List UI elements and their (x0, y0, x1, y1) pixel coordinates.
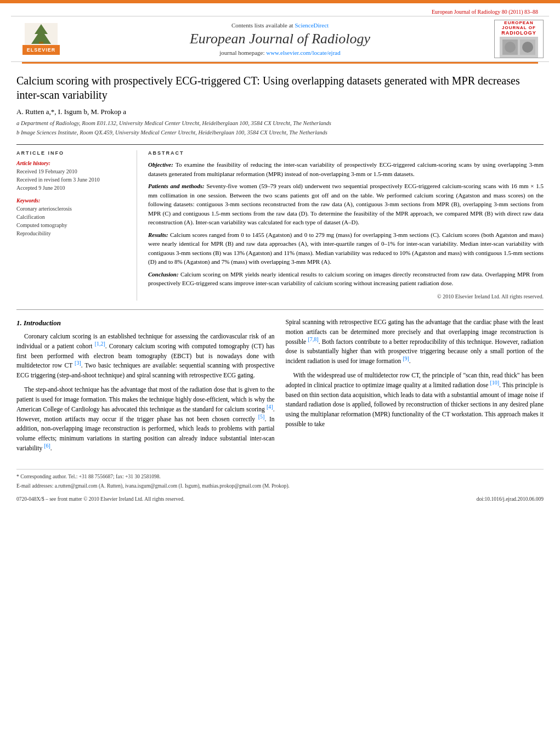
body-para-1: Coronary calcium scoring is an establish… (16, 332, 275, 381)
keyword-1: Coronary arteriosclerosis (16, 205, 128, 213)
sciencedirect-link[interactable]: ScienceDirect (295, 22, 329, 29)
contents-line: Contents lists available at ScienceDirec… (77, 22, 483, 29)
keywords-label: Keywords: (16, 197, 128, 203)
issn-text: 0720-048X/$ – see front matter © 2010 El… (16, 495, 184, 503)
affiliations: a Department of Radiology, Room E01.132,… (16, 120, 544, 137)
radiology-logo-box: EUROPEANJOURNAL OF RADIOLOGY (494, 20, 544, 58)
article-title: Calcium scoring with prospectively ECG-t… (16, 73, 544, 102)
corresponding-note: * Corresponding author. Tel.: +31 88 755… (16, 473, 544, 480)
keyword-3: Computed tomography (16, 221, 128, 229)
patients-text: Seventy-five women (59–79 years old) und… (148, 183, 544, 225)
ref-10[interactable]: [10] (490, 380, 499, 386)
intro-heading: 1. Introduction (16, 318, 275, 329)
affiliation-b: b Image Sciences Institute, Room QX.459,… (16, 129, 544, 137)
homepage-url[interactable]: www.elsevier.com/locate/ejrad (266, 49, 341, 56)
elsevier-logo: ELSEVIER (16, 25, 66, 53)
article-info-heading: ARTICLE INFO (16, 150, 128, 156)
ref-5[interactable]: [5] (258, 414, 265, 420)
ref-1-2[interactable]: [1,2] (95, 341, 105, 347)
journal-title-text: European Journal of Radiology (190, 31, 370, 47)
article-content: Calcium scoring with prospectively ECG-t… (0, 73, 560, 514)
revised-text: Received in revised form 3 June 2010 (16, 176, 128, 184)
conclusion-text: Calcium scoring on MPR yields nearly ide… (148, 271, 544, 287)
abstract-objective: Objective: To examine the feasibility of… (148, 160, 544, 178)
ref-9[interactable]: [9] (403, 355, 409, 361)
svg-point-7 (522, 42, 533, 53)
sciencedirect-text[interactable]: ScienceDirect (295, 22, 329, 29)
journal-title: European Journal of Radiology (77, 30, 483, 47)
accepted-text: Accepted 9 June 2010 (16, 184, 128, 192)
abstract-col: ABSTRACT Objective: To examine the feasi… (148, 150, 544, 301)
authors-line: A. Rutten a,*, I. Isgum b, M. Prokop a (16, 108, 544, 116)
body-left-col: 1. Introduction Coronary calcium scoring… (16, 318, 275, 458)
body-para-4: With the widespread use of multidetector… (286, 371, 544, 429)
email-note: E-mail addresses: a.rutten@gmail.com (A.… (16, 482, 544, 490)
body-right-col: Spiral scanning with retrospective ECG g… (286, 318, 544, 458)
radiology-logo-title: EUROPEANJOURNAL OF RADIOLOGY (501, 20, 536, 36)
journal-ref-line: European Journal of Radiology 80 (2011) … (11, 8, 549, 16)
keyword-2: Calcification (16, 213, 128, 221)
elsevier-logo-text: ELSEVIER (22, 45, 60, 55)
homepage-line: journal homepage: www.elsevier.com/locat… (77, 49, 483, 56)
homepage-label: journal homepage: (219, 49, 264, 56)
footer-area: * Corresponding author. Tel.: +31 88 755… (16, 469, 544, 504)
results-label: Results: (148, 231, 168, 238)
svg-rect-2 (39, 42, 43, 44)
body-para-2: The step-and-shoot technique has the adv… (16, 385, 275, 454)
affiliation-a: a Department of Radiology, Room E01.132,… (16, 120, 544, 128)
abstract-text: Objective: To examine the feasibility of… (148, 160, 544, 301)
journal-header: European Journal of Radiology 80 (2011) … (0, 3, 560, 64)
header-center: Contents lists available at ScienceDirec… (66, 22, 494, 55)
abstract-conclusion: Conclusion: Calcium scoring on MPR yield… (148, 270, 544, 288)
conclusion-label: Conclusion: (148, 271, 179, 278)
ref-3[interactable]: [3] (75, 360, 81, 366)
abstract-patients: Patients and methods: Seventy-five women… (148, 182, 544, 227)
keyword-4: Reproducibility (16, 229, 128, 237)
results-text: Calcium scores ranged from 0 to 1455 (Ag… (148, 231, 544, 265)
ref-7-8[interactable]: [7,8] (308, 336, 318, 342)
article-info-col: ARTICLE INFO Article history: Received 1… (16, 150, 137, 301)
abstract-heading: ABSTRACT (148, 150, 544, 156)
radiology-logo-image (500, 37, 538, 58)
body-text-section: 1. Introduction Coronary calcium scoring… (16, 318, 544, 458)
received-text: Received 19 February 2010 (16, 167, 128, 176)
journal-ref-text: European Journal of Radiology 80 (2011) … (432, 9, 538, 15)
ref-6[interactable]: [6] (44, 443, 50, 449)
copyright-line: © 2010 Elsevier Ireland Ltd. All rights … (148, 292, 544, 301)
header-middle-row: ELSEVIER Contents lists available at Sci… (11, 16, 549, 62)
contents-label: Contents lists available at (231, 22, 293, 29)
ref-4[interactable]: [4] (267, 404, 273, 410)
body-para-3: Spiral scanning with retrospective ECG g… (286, 318, 544, 366)
objective-label: Objective: (148, 161, 173, 168)
svg-point-6 (505, 42, 516, 53)
homepage-link[interactable]: www.elsevier.com/locate/ejrad (266, 49, 341, 56)
orange-divider (22, 62, 538, 64)
authors-text: A. Rutten a,*, I. Isgum b, M. Prokop a (16, 108, 126, 116)
elsevier-tree-icon (25, 23, 58, 45)
radiology-thumbnail-icon (500, 37, 538, 58)
footer-bottom: 0720-048X/$ – see front matter © 2010 El… (16, 495, 544, 503)
section-divider (16, 309, 544, 310)
history-label: Article history: (16, 160, 128, 166)
patients-label: Patients and methods: (148, 183, 205, 189)
objective-text: To examine the feasibility of reducing t… (148, 161, 544, 177)
doi-text: doi:10.1016/j.ejrad.2010.06.009 (477, 495, 544, 503)
abstract-results: Results: Calcium scores ranged from 0 to… (148, 230, 544, 267)
info-abstract-section: ARTICLE INFO Article history: Received 1… (16, 144, 544, 301)
